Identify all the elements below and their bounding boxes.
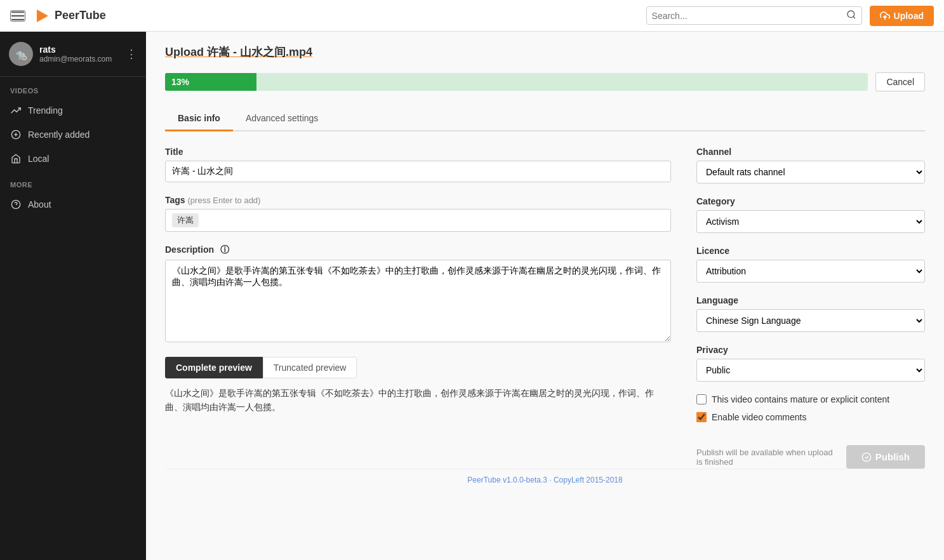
publish-icon xyxy=(861,452,872,462)
channel-select[interactable]: Default rats channel xyxy=(696,161,925,183)
topnav-left: PeerTube xyxy=(10,7,646,25)
channel-group: Channel Default rats channel xyxy=(696,147,925,183)
tags-label: Tags (press Enter to add) xyxy=(165,195,671,205)
search-container xyxy=(646,6,862,25)
tab-advanced-settings[interactable]: Advanced settings xyxy=(233,107,331,131)
tags-note: (press Enter to add) xyxy=(188,196,261,205)
preview-tabs: Complete preview Truncated preview xyxy=(165,357,671,378)
sidebar-user: 🐀 rats admin@meorats.com ⋮ xyxy=(0,32,146,77)
peertube-icon xyxy=(33,7,51,25)
svg-line-2 xyxy=(853,17,855,18)
home-icon xyxy=(10,153,22,164)
licence-group: Licence Attribution CC BY-SA CC BY-ND CC… xyxy=(696,246,925,283)
publish-button[interactable]: Publish xyxy=(846,445,925,469)
tags-input[interactable] xyxy=(203,215,664,225)
hamburger-menu[interactable] xyxy=(10,10,25,22)
tab-basic-info[interactable]: Basic info xyxy=(165,107,233,131)
privacy-group: Privacy Public Unlisted Private xyxy=(696,345,925,382)
licence-select[interactable]: Attribution CC BY-SA CC BY-ND CC BY-NC P… xyxy=(696,260,925,283)
sidebar-item-trending-label: Trending xyxy=(28,105,63,116)
avatar: 🐀 xyxy=(9,42,33,66)
language-group: Language Chinese Sign Language English F… xyxy=(696,295,925,332)
title-input[interactable] xyxy=(165,161,671,182)
user-menu-button[interactable]: ⋮ xyxy=(126,47,137,61)
page-title: Upload 许嵩 - 山水之间.mp4 xyxy=(165,44,925,60)
privacy-label: Privacy xyxy=(696,345,925,355)
footer-link[interactable]: PeerTube v1.0.0-beta.3 · CopyLeft 2015-2… xyxy=(467,476,622,484)
search-button[interactable] xyxy=(846,10,856,22)
sidebar-item-recently-added[interactable]: Recently added xyxy=(0,123,146,147)
layout: 🐀 rats admin@meorats.com ⋮ VIDEOS Trendi… xyxy=(0,32,944,560)
channel-label: Channel xyxy=(696,147,925,157)
svg-point-1 xyxy=(848,11,854,18)
comments-label: Enable video comments xyxy=(712,412,806,422)
upload-icon xyxy=(880,11,890,21)
progress-container: 13% Cancel xyxy=(165,72,925,91)
footer-text: PeerTube v1.0.0-beta.3 · CopyLeft 2015-2… xyxy=(467,476,622,484)
user-name: rats xyxy=(39,44,119,55)
category-label: Category xyxy=(696,196,925,206)
sidebar-item-recently-added-label: Recently added xyxy=(28,130,90,140)
form-right: Channel Default rats channel Category Ac… xyxy=(696,147,925,469)
language-label: Language xyxy=(696,295,925,305)
sidebar-more-section: MORE xyxy=(0,171,146,192)
help-circle-icon xyxy=(10,199,22,210)
mature-label: This video contains mature or explicit c… xyxy=(712,394,889,404)
privacy-select[interactable]: Public Unlisted Private xyxy=(696,359,925,382)
description-textarea[interactable]: 《山水之间》是歌手许嵩的第五张专辑《不如吃茶去》中的主打歌曲，创作灵感来源于许嵩… xyxy=(165,260,671,342)
tags-group: Tags (press Enter to add) 许嵩 xyxy=(165,195,671,232)
publish-label: Publish xyxy=(875,451,910,462)
search-icon xyxy=(846,10,856,20)
description-group: Description ⓘ 《山水之间》是歌手许嵩的第五张专辑《不如吃茶去》中的… xyxy=(165,244,671,344)
category-select[interactable]: Activism Education Entertainment Music S… xyxy=(696,210,925,233)
brand-logo[interactable]: PeerTube xyxy=(33,7,106,25)
tabs: Basic info Advanced settings xyxy=(165,107,925,131)
upload-label: Upload xyxy=(894,11,924,21)
sidebar-item-about[interactable]: About xyxy=(0,192,146,217)
main-content: Upload 许嵩 - 山水之间.mp4 13% Cancel Basic in… xyxy=(146,32,944,560)
title-label: Title xyxy=(165,147,671,157)
progress-percent: 13% xyxy=(171,77,189,87)
sidebar: 🐀 rats admin@meorats.com ⋮ VIDEOS Trendi… xyxy=(0,32,146,560)
category-group: Category Activism Education Entertainmen… xyxy=(696,196,925,233)
publish-note: Publish will be available when upload is… xyxy=(696,448,836,467)
bottom-bar: Publish will be available when upload is… xyxy=(696,435,925,469)
user-info: rats admin@meorats.com xyxy=(39,44,119,63)
user-email: admin@meorats.com xyxy=(39,55,119,63)
topnav-right: Upload xyxy=(646,6,934,26)
sidebar-item-local-label: Local xyxy=(28,154,49,164)
svg-marker-0 xyxy=(37,10,48,22)
preview-text: 《山水之间》是歌手许嵩的第五张专辑《不如吃茶去》中的主打歌曲，创作灵感来源于许嵩… xyxy=(165,386,671,415)
sidebar-item-trending[interactable]: Trending xyxy=(0,98,146,123)
footer: PeerTube v1.0.0-beta.3 · CopyLeft 2015-2… xyxy=(165,469,925,491)
progress-bar-wrap: 13% xyxy=(165,73,868,91)
sidebar-item-local[interactable]: Local xyxy=(0,147,146,171)
description-label: Description ⓘ xyxy=(165,244,671,256)
search-input[interactable] xyxy=(652,11,846,21)
trending-icon xyxy=(10,105,22,116)
form-layout: Title Tags (press Enter to add) 许嵩 xyxy=(165,147,925,469)
cancel-button[interactable]: Cancel xyxy=(875,72,925,91)
sidebar-videos-section: VIDEOS xyxy=(0,77,146,98)
language-select[interactable]: Chinese Sign Language English French Ger… xyxy=(696,309,925,332)
svg-point-9 xyxy=(862,453,870,461)
title-group: Title xyxy=(165,147,671,182)
preview-tab-complete[interactable]: Complete preview xyxy=(165,357,263,378)
description-help-icon: ⓘ xyxy=(220,244,229,255)
licence-label: Licence xyxy=(696,246,925,256)
topnav: PeerTube Upload xyxy=(0,0,944,32)
upload-button[interactable]: Upload xyxy=(870,6,934,26)
brand-name: PeerTube xyxy=(55,9,106,22)
tags-input-wrap[interactable]: 许嵩 xyxy=(165,209,671,232)
preview-tab-truncated[interactable]: Truncated preview xyxy=(263,357,357,378)
sidebar-item-about-label: About xyxy=(28,199,51,210)
comments-checkbox-group: Enable video comments xyxy=(696,412,925,422)
mature-checkbox-group: This video contains mature or explicit c… xyxy=(696,394,925,404)
progress-bar-fill: 13% xyxy=(165,73,256,91)
mature-checkbox[interactable] xyxy=(696,394,707,404)
tag-item: 许嵩 xyxy=(172,213,199,227)
comments-checkbox[interactable] xyxy=(696,412,707,422)
form-left: Title Tags (press Enter to add) 许嵩 xyxy=(165,147,671,469)
plus-circle-icon xyxy=(10,129,22,140)
